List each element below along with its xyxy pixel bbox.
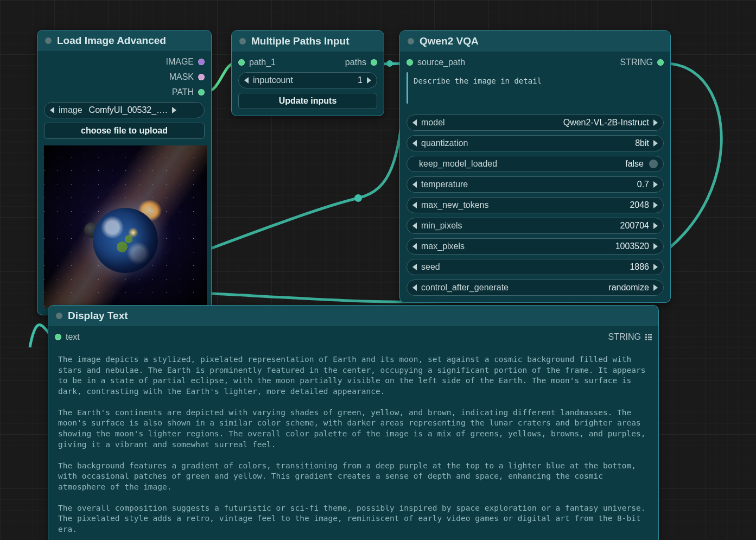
input-port-path1[interactable]: path_1	[238, 55, 276, 70]
output-port-string[interactable]: STRING	[620, 55, 664, 70]
port-dot-icon[interactable]	[55, 334, 61, 340]
update-inputs-button[interactable]: Update inputs	[238, 93, 377, 109]
node-qwen2-vqa[interactable]: Qwen2 VQA source_path STRING model Qwen2…	[399, 30, 671, 303]
max-pixels-widget[interactable]: max_pixels 1003520	[406, 238, 664, 255]
chevron-right-icon[interactable]	[653, 264, 658, 270]
preview-image-earth	[44, 145, 207, 308]
chevron-left-icon[interactable]	[412, 181, 417, 188]
port-row: path_1 paths	[232, 55, 384, 70]
chevron-right-icon[interactable]	[653, 243, 658, 250]
prompt-input[interactable]	[406, 72, 664, 104]
node-header[interactable]: Load Image Advanced	[37, 30, 211, 51]
chevron-left-icon[interactable]	[412, 202, 417, 208]
chevron-left-icon[interactable]	[244, 77, 249, 84]
node-title: Multiple Paths Input	[251, 35, 350, 47]
chevron-right-icon[interactable]	[653, 223, 658, 229]
chevron-right-icon[interactable]	[653, 181, 658, 188]
port-dot-icon[interactable]	[371, 59, 377, 66]
chevron-left-icon[interactable]	[412, 223, 417, 229]
inputcount-widget[interactable]: inputcount 1	[238, 72, 377, 88]
collapse-dot-icon[interactable]	[45, 37, 52, 44]
port-dot-icon[interactable]	[198, 74, 205, 80]
image-preview	[37, 145, 211, 315]
svg-point-1	[354, 194, 362, 202]
input-port-source-path[interactable]: source_path	[406, 55, 465, 70]
chevron-left-icon[interactable]	[412, 284, 417, 291]
min-pixels-widget[interactable]: min_pixels 200704	[406, 218, 664, 234]
input-port-text[interactable]: text	[55, 329, 80, 345]
node-title: Qwen2 VQA	[420, 35, 479, 47]
toggle-dot-icon[interactable]	[649, 160, 658, 168]
chevron-right-icon[interactable]	[172, 107, 176, 113]
node-title: Display Text	[68, 310, 128, 322]
chevron-left-icon[interactable]	[412, 243, 417, 250]
chevron-right-icon[interactable]	[653, 140, 658, 147]
chevron-left-icon[interactable]	[412, 119, 417, 126]
output-port-image[interactable]: IMAGE	[37, 54, 211, 69]
chevron-right-icon[interactable]	[367, 77, 371, 84]
temperature-widget[interactable]: temperature 0.7	[406, 176, 664, 193]
chevron-left-icon[interactable]	[50, 107, 54, 113]
chevron-right-icon[interactable]	[653, 119, 658, 126]
node-header[interactable]: Display Text	[48, 306, 658, 326]
node-multiple-paths-input[interactable]: Multiple Paths Input path_1 paths inputc…	[231, 30, 384, 116]
control-after-generate-widget[interactable]: control_after_generate randomize	[406, 279, 664, 296]
node-load-image-advanced[interactable]: Load Image Advanced IMAGE MASK PATH imag…	[37, 30, 212, 315]
output-port-string[interactable]: STRING	[608, 329, 652, 345]
keep-model-loaded-toggle[interactable]: keep_model_loaded false	[406, 156, 664, 172]
node-display-text[interactable]: Display Text text STRING The image depic…	[48, 305, 659, 540]
node-header[interactable]: Qwen2 VQA	[400, 31, 670, 52]
chevron-right-icon[interactable]	[653, 202, 658, 208]
port-dot-icon[interactable]	[198, 89, 205, 96]
collapse-dot-icon[interactable]	[408, 38, 414, 45]
node-title: Load Image Advanced	[57, 35, 166, 47]
output-port-path[interactable]: PATH	[37, 85, 211, 100]
svg-point-0	[386, 60, 393, 67]
seed-widget[interactable]: seed 1886	[406, 259, 664, 275]
collapse-dot-icon[interactable]	[56, 313, 62, 319]
output-port-mask[interactable]: MASK	[37, 69, 211, 85]
grid-icon[interactable]	[645, 334, 652, 340]
port-dot-icon[interactable]	[406, 59, 413, 66]
port-dot-icon[interactable]	[657, 59, 664, 66]
port-dot-icon[interactable]	[198, 59, 205, 65]
node-header[interactable]: Multiple Paths Input	[232, 31, 384, 52]
image-select-widget[interactable]: image ComfyUI_00532_….	[44, 102, 205, 118]
output-port-paths[interactable]: paths	[345, 55, 377, 70]
upload-button[interactable]: choose file to upload	[44, 123, 205, 139]
port-dot-icon[interactable]	[238, 59, 245, 66]
output-text: The image depicts a stylized, pixelated …	[48, 347, 658, 540]
quantization-widget[interactable]: quantization 8bit	[406, 135, 664, 151]
max-new-tokens-widget[interactable]: max_new_tokens 2048	[406, 197, 664, 213]
chevron-right-icon[interactable]	[653, 284, 658, 291]
chevron-left-icon[interactable]	[412, 264, 417, 270]
collapse-dot-icon[interactable]	[239, 38, 246, 45]
model-widget[interactable]: model Qwen2-VL-2B-Instruct	[406, 115, 664, 131]
chevron-left-icon[interactable]	[412, 140, 417, 147]
